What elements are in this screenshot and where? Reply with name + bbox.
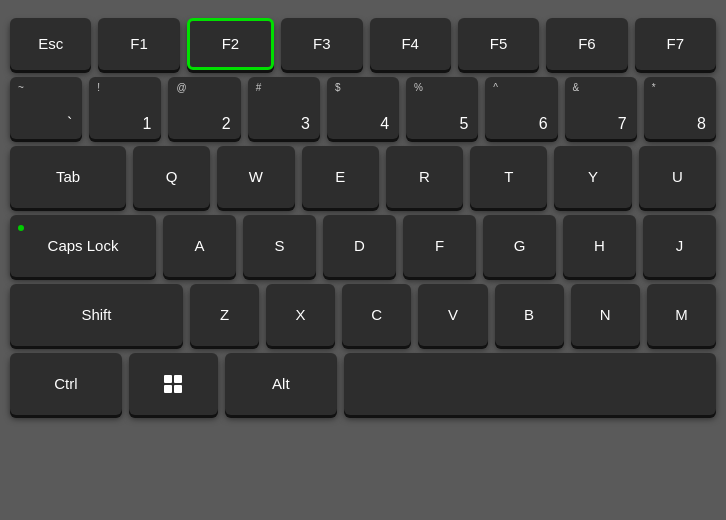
key-tilde[interactable]: ~ ` xyxy=(10,77,82,139)
key-u[interactable]: U xyxy=(639,146,716,208)
key-x[interactable]: X xyxy=(266,284,335,346)
key-win[interactable] xyxy=(129,353,218,415)
key-f[interactable]: F xyxy=(403,215,476,277)
key-f3[interactable]: F3 xyxy=(281,18,362,70)
key-j[interactable]: J xyxy=(643,215,716,277)
key-z[interactable]: Z xyxy=(190,284,259,346)
key-2[interactable]: @ 2 xyxy=(168,77,240,139)
windows-icon xyxy=(164,375,182,393)
key-f1[interactable]: F1 xyxy=(98,18,179,70)
key-8[interactable]: * 8 xyxy=(644,77,716,139)
zxcv-row: Shift Z X C V B N M xyxy=(10,284,716,346)
key-7[interactable]: & 7 xyxy=(565,77,637,139)
key-r[interactable]: R xyxy=(386,146,463,208)
key-a[interactable]: A xyxy=(163,215,236,277)
key-h[interactable]: H xyxy=(563,215,636,277)
key-q[interactable]: Q xyxy=(133,146,210,208)
key-c[interactable]: C xyxy=(342,284,411,346)
key-s[interactable]: S xyxy=(243,215,316,277)
key-e[interactable]: E xyxy=(302,146,379,208)
key-f7[interactable]: F7 xyxy=(635,18,716,70)
key-f4[interactable]: F4 xyxy=(370,18,451,70)
caps-lock-indicator xyxy=(18,225,24,231)
fn-row: Esc F1 F2 F3 F4 F5 F6 F7 xyxy=(10,18,716,70)
key-d[interactable]: D xyxy=(323,215,396,277)
key-esc[interactable]: Esc xyxy=(10,18,91,70)
key-m[interactable]: M xyxy=(647,284,716,346)
asdf-row: Caps Lock A S D F G H J xyxy=(10,215,716,277)
key-capslock[interactable]: Caps Lock xyxy=(10,215,156,277)
key-4[interactable]: $ 4 xyxy=(327,77,399,139)
key-ctrl[interactable]: Ctrl xyxy=(10,353,122,415)
key-1[interactable]: ! 1 xyxy=(89,77,161,139)
key-3[interactable]: # 3 xyxy=(248,77,320,139)
key-w[interactable]: W xyxy=(217,146,294,208)
key-space[interactable] xyxy=(344,353,716,415)
key-b[interactable]: B xyxy=(495,284,564,346)
key-f2[interactable]: F2 xyxy=(187,18,274,70)
key-v[interactable]: V xyxy=(418,284,487,346)
key-n[interactable]: N xyxy=(571,284,640,346)
key-y[interactable]: Y xyxy=(554,146,631,208)
key-t[interactable]: T xyxy=(470,146,547,208)
key-6[interactable]: ^ 6 xyxy=(485,77,557,139)
key-g[interactable]: G xyxy=(483,215,556,277)
number-row: ~ ` ! 1 @ 2 # 3 $ 4 % 5 ^ 6 & 7 xyxy=(10,77,716,139)
qwerty-row: Tab Q W E R T Y U xyxy=(10,146,716,208)
key-f5[interactable]: F5 xyxy=(458,18,539,70)
key-alt[interactable]: Alt xyxy=(225,353,337,415)
key-tab[interactable]: Tab xyxy=(10,146,126,208)
keyboard: Esc F1 F2 F3 F4 F5 F6 F7 ~ ` ! 1 @ 2 # 3… xyxy=(0,0,726,520)
key-5[interactable]: % 5 xyxy=(406,77,478,139)
bottom-row: Ctrl Alt xyxy=(10,353,716,415)
key-f6[interactable]: F6 xyxy=(546,18,627,70)
key-shift[interactable]: Shift xyxy=(10,284,183,346)
